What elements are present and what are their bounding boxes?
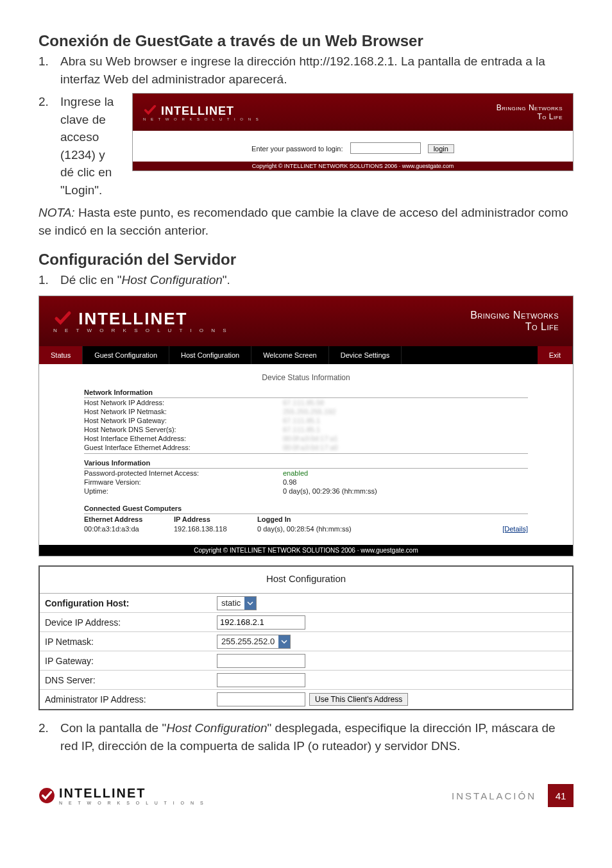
host-config-title: Host Configuration [40,567,572,594]
slogan-line1-large: Bringing Networks [470,310,559,321]
copyright-bar-2: Copyright © INTELLINET NETWORK SOLUTIONS… [39,545,573,556]
label-host-gateway: Host Network IP Gateway: [84,417,283,424]
brand-logo-large: INTELLINET N E T W O R K S O L U T I O N… [53,309,230,333]
note-text: Hasta este punto, es recomendado que cam… [38,206,568,237]
guests-heading: Connected Guest Computers [84,505,182,512]
label-host-netmask: Host Network IP Netmask: [84,408,283,415]
select-config-host[interactable]: static [217,596,257,610]
select-config-host-value: static [217,598,244,608]
label-ip-netmask: IP Netmask: [45,637,217,647]
brand-slogan-large: Bringing Networks To Life [470,310,559,333]
server-step1-text: Dé clic en "Host Configuration". [60,271,574,289]
tab-welcome-screen[interactable]: Welcome Screen [251,346,329,364]
guest-logged: 0 day(s), 00:28:54 (hh:mm:ss) [257,525,483,533]
value-host-eth: 00:0f:a3:0d:17:a1 [283,435,528,442]
select-ip-netmask[interactable]: 255.255.252.0 [217,635,291,649]
step1-text: Abra su Web browser e ingrese la direcci… [60,53,574,88]
brand-text-large: INTELLINET [78,309,187,328]
tab-guest-config[interactable]: Guest Configuration [83,346,169,364]
checkmark-icon [143,103,157,117]
slogan-line1: Bringing Networks [497,103,563,112]
label-config-host: Configuration Host: [45,598,217,608]
value-host-gateway: 67.111.85.1 [283,417,528,424]
label-guest-eth: Guest Interface Ethernet Address: [84,444,283,451]
slogan-line2-large: To Life [525,321,559,332]
status-screenshot: INTELLINET N E T W O R K S O L U T I O N… [38,296,574,556]
tab-exit[interactable]: Exit [538,346,573,364]
server-step2-text: Con la pantalla de "Host Configuration" … [60,719,574,755]
chevron-down-icon [244,597,256,610]
brand-slogan: Bringing Networks To Life [497,103,563,121]
checkmark-icon [38,787,55,804]
step2-text: Ingrese la clave de acceso (1234) y dé c… [60,93,121,199]
label-dns-server: DNS Server: [45,675,217,685]
select-ip-netmask-value: 255.255.252.0 [217,637,278,646]
checkmark-icon [53,309,72,328]
value-pwd-access: enabled [283,469,528,477]
value-firmware: 0.98 [283,478,528,486]
label-host-eth: Host Interface Ethernet Address: [84,435,283,442]
tab-host-config[interactable]: Host Configuration [169,346,251,364]
step2-number: 2. [38,93,60,111]
label-admin-ip: Administrator IP Address: [45,694,217,705]
input-ip-gateway[interactable] [217,654,305,668]
heading-server-config: Configuración del Servidor [38,251,574,269]
label-host-ip: Host Network IP Address: [84,399,283,406]
guest-row: 00:0f:a3:1d:a3:da 192.168.138.118 0 day(… [84,524,528,533]
login-button[interactable]: login [428,144,454,153]
tab-status[interactable]: Status [39,346,83,364]
col-logged-in: Logged In [257,515,483,523]
brand-logo: INTELLINET N E T W O R K S O L U T I O N… [143,103,260,121]
value-host-dns: 67.111.85.1 [283,426,528,433]
footer-section-label: INSTALACIÓN [452,790,536,801]
label-device-ip: Device IP Address: [45,617,217,628]
use-client-address-button[interactable]: Use This Client's Address [309,693,408,706]
step2-text-span: Ingrese la clave de acceso (1234) y dé c… [60,95,114,197]
brand-subtext-large: N E T W O R K S O L U T I O N S [53,328,230,333]
svr-step2-italic: Host Configuration [166,721,267,735]
network-info-heading: Network Information [84,388,528,398]
col-ip-addr: IP Address [174,515,257,523]
panel-title: Device Status Information [84,373,528,382]
password-input[interactable] [350,142,421,154]
svr-step1-a: Dé clic en " [60,273,121,287]
tab-device-settings[interactable]: Device Settings [329,346,402,364]
server-step2-number: 2. [38,719,60,737]
page-number: 41 [548,784,574,807]
guest-ip: 192.168.138.118 [174,525,257,533]
input-dns-server[interactable] [217,673,305,687]
server-step1-number: 1. [38,271,60,289]
input-admin-ip[interactable] [217,692,305,706]
chevron-down-icon [278,635,290,648]
col-eth-addr: Ethernet Address [84,515,174,523]
footer-logo: INTELLINET N E T W O R K S O L U T I O N… [38,786,206,805]
label-host-dns: Host Network DNS Server(s): [84,426,283,433]
brand-text: INTELLINET [161,104,234,117]
svr-step1-italic: Host Configuration [121,273,222,287]
slogan-line2: To Life [537,112,563,121]
input-device-ip[interactable] [217,615,305,630]
step1-number: 1. [38,53,60,71]
value-uptime: 0 day(s), 00:29:36 (hh:mm:ss) [283,487,528,495]
label-firmware: Firmware Version: [84,478,283,486]
tab-spacer [402,346,538,364]
footer-brand-subtext: N E T W O R K S O L U T I O N S [59,801,206,805]
various-info-heading: Various Information [84,459,528,469]
label-ip-gateway: IP Gateway: [45,656,217,666]
guest-eth: 00:0f:a3:1d:a3:da [84,525,174,533]
label-uptime: Uptime: [84,487,283,495]
svr-step1-b: ". [223,273,230,287]
heading-guestgate: Conexión de GuestGate a través de un Web… [38,32,574,50]
details-link[interactable]: [Details] [502,525,528,533]
brand-subtext: N E T W O R K S O L U T I O N S [143,117,260,121]
host-config-panel: Host Configuration Configuration Host: s… [38,565,574,710]
label-pwd-access: Password-protected Internet Access: [84,469,283,477]
svr-step2-a: Con la pantalla de " [60,721,166,735]
copyright-bar: Copyright © INTELLINET NETWORK SOLUTIONS… [133,162,573,171]
value-host-ip: 67.111.85.58 [283,399,528,406]
login-prompt: Enter your password to login: [251,145,343,153]
value-guest-eth: 00:0f:a3:0d:17:a0 [283,444,528,451]
value-host-netmask: 255.255.255.192 [283,408,528,415]
footer-brand-text: INTELLINET [59,786,146,800]
note-label: NOTA: [38,206,75,219]
